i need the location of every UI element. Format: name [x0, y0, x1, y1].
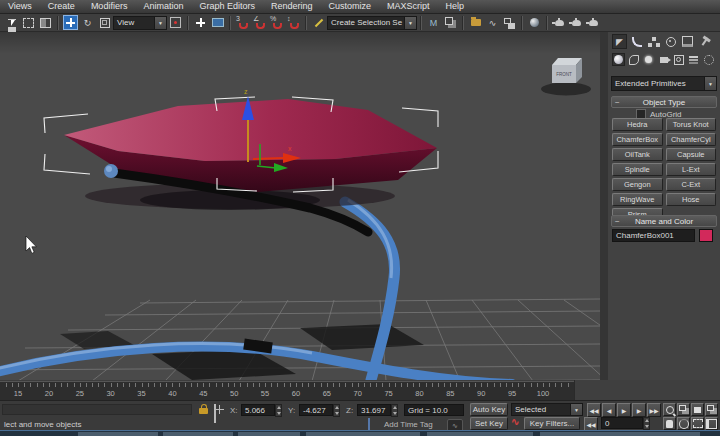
select-and-scale-button[interactable]: [97, 15, 112, 30]
select-and-move-button[interactable]: [63, 15, 78, 30]
object-color-swatch[interactable]: [699, 229, 713, 242]
zoom-region-icon[interactable]: [691, 417, 704, 430]
taskbar-item[interactable]: [78, 432, 158, 436]
dropdown-arrow-icon[interactable]: ▼: [154, 17, 166, 29]
add-time-tag-label[interactable]: Add Time Tag: [384, 420, 433, 429]
dropdown-arrow-icon[interactable]: ▼: [570, 404, 582, 415]
objtype-capsule-button[interactable]: Capsule: [666, 148, 717, 161]
menu-item-rendering[interactable]: Rendering: [263, 0, 321, 13]
pan-hand-icon[interactable]: [663, 417, 676, 430]
named-selection-set-dropdown[interactable]: Create Selection Se▼: [327, 16, 417, 30]
category-systems[interactable]: [702, 53, 715, 66]
render-setup-button[interactable]: [552, 15, 567, 30]
track-bar-ruler[interactable]: 1520253035404550556065707580859095100: [0, 381, 574, 401]
schematic-view-button[interactable]: [502, 15, 517, 30]
menu-item-create[interactable]: Create: [40, 0, 83, 13]
y-spinner[interactable]: [333, 404, 340, 417]
y-coord-field[interactable]: -4.627: [299, 404, 333, 416]
objtype-oiltank-button[interactable]: OilTank: [612, 148, 663, 161]
menu-item-animation[interactable]: Animation: [135, 0, 191, 13]
category-shapes[interactable]: [627, 53, 640, 66]
x-spinner[interactable]: [275, 404, 282, 417]
select-and-manipulate-button[interactable]: [193, 15, 208, 30]
perspective-viewport[interactable]: z x FRONT: [0, 32, 600, 381]
objtype-torus-knot-button[interactable]: Torus Knot: [666, 118, 717, 131]
goto-start-button[interactable]: ◀◀: [587, 403, 601, 417]
taskbar-item[interactable]: [306, 432, 420, 436]
keyboard-override-toggle[interactable]: [210, 15, 225, 30]
align-button[interactable]: [443, 15, 458, 30]
object-name-field[interactable]: ChamferBox001: [612, 229, 695, 242]
percent-snap-button[interactable]: %: [269, 15, 284, 30]
viewport-canvas[interactable]: z x FRONT: [0, 32, 600, 380]
category-lights[interactable]: [642, 53, 655, 66]
reference-coordinate-dropdown[interactable]: View▼: [113, 16, 167, 30]
menu-item-customize[interactable]: Customize: [320, 0, 379, 13]
z-coord-field[interactable]: 31.697: [357, 404, 391, 416]
angle-snap-button[interactable]: ∠: [252, 15, 267, 30]
name-color-rollout-header[interactable]: − Name and Color: [611, 215, 717, 227]
snaps-toggle-button[interactable]: 3: [235, 15, 250, 30]
viewcube-face-label[interactable]: FRONT: [556, 72, 572, 77]
tab-utilities[interactable]: [697, 34, 712, 49]
dropdown-arrow-icon[interactable]: ▼: [404, 17, 416, 29]
layer-manager-button[interactable]: [468, 15, 483, 30]
objtype-gengon-button[interactable]: Gengon: [612, 178, 663, 191]
x-coord-field[interactable]: 5.066: [241, 404, 275, 416]
objtype-c-ext-button[interactable]: C-Ext: [666, 178, 717, 191]
objtype-ringwave-button[interactable]: RingWave: [612, 193, 663, 206]
taskbar-item[interactable]: [238, 432, 300, 436]
orbit-icon[interactable]: [677, 417, 690, 430]
selection-lock-icon[interactable]: [199, 408, 208, 414]
zoom-extents-icon[interactable]: [691, 403, 704, 416]
objtype-hedra-button[interactable]: Hedra: [612, 118, 663, 131]
menu-item-maxscript[interactable]: MAXScript: [379, 0, 438, 13]
dropdown-arrow-icon[interactable]: ▼: [704, 77, 716, 90]
tab-motion[interactable]: [663, 34, 678, 49]
category-geometry[interactable]: [612, 53, 625, 66]
window-crossing-icon[interactable]: [38, 15, 53, 30]
mirror-button[interactable]: M: [426, 15, 441, 30]
category-spacewarps[interactable]: [687, 53, 700, 66]
absolute-mode-icon[interactable]: [214, 405, 216, 423]
key-mode-toggle[interactable]: ◀◀: [584, 417, 598, 431]
auto-key-button[interactable]: Auto Key: [470, 403, 508, 416]
selection-filter-dropdown[interactable]: Selected ▼: [511, 403, 583, 416]
objtype-chamferbox-button[interactable]: ChamferBox: [612, 133, 663, 146]
play-button[interactable]: ▶: [617, 403, 631, 417]
taskbar-item[interactable]: [540, 432, 700, 436]
material-editor-button[interactable]: [527, 15, 542, 30]
set-key-button[interactable]: Set Key: [470, 417, 508, 430]
zoom-extents-all-icon[interactable]: [705, 403, 718, 416]
category-cameras[interactable]: [657, 53, 670, 66]
selection-region-icon[interactable]: [21, 15, 36, 30]
edit-named-selections-button[interactable]: [311, 15, 326, 30]
zoom-icon[interactable]: [663, 403, 676, 416]
tab-modify[interactable]: [629, 34, 644, 49]
curve-editor-button[interactable]: ∿: [485, 15, 500, 30]
menu-item-help[interactable]: Help: [438, 0, 473, 13]
render-production-button[interactable]: [586, 15, 601, 30]
select-and-rotate-button[interactable]: ↻: [80, 15, 95, 30]
objtype-chamfercyl-button[interactable]: ChamferCyl: [666, 133, 717, 146]
use-pivot-center-button[interactable]: [168, 15, 183, 30]
primitive-type-dropdown[interactable]: Extended Primitives ▼: [611, 76, 717, 91]
rendered-frame-window-button[interactable]: [569, 15, 584, 30]
next-frame-button[interactable]: ▶: [632, 403, 646, 417]
spinner-snap-button[interactable]: ↕: [286, 15, 301, 30]
taskbar-item[interactable]: [163, 432, 233, 436]
objtype-hose-button[interactable]: Hose: [666, 193, 717, 206]
z-spinner[interactable]: [391, 404, 398, 417]
goto-end-button[interactable]: ▶▶: [647, 403, 661, 417]
menu-item-graph-editors[interactable]: Graph Editors: [191, 0, 263, 13]
menu-item-modifiers[interactable]: Modifiers: [83, 0, 136, 13]
tab-hierarchy[interactable]: [646, 34, 661, 49]
maximize-viewport-toggle-icon[interactable]: [705, 417, 718, 430]
object-type-rollout-header[interactable]: − Object Type: [611, 96, 717, 108]
tab-display[interactable]: [680, 34, 695, 49]
menu-item-views[interactable]: Views: [0, 0, 40, 13]
tab-create[interactable]: ◤: [612, 34, 627, 49]
mini-track-strip[interactable]: [2, 404, 192, 415]
category-helpers[interactable]: [672, 53, 685, 66]
previous-frame-button[interactable]: ◀: [602, 403, 616, 417]
